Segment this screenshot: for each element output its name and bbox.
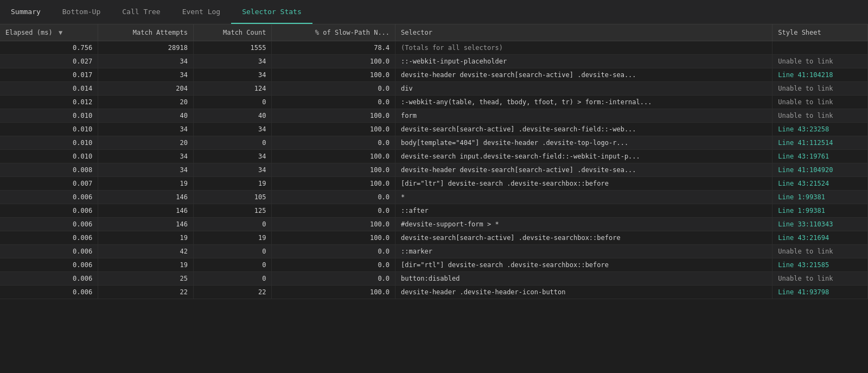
cell-selector: devsite-search[search-active] .devsite-s… <box>395 123 773 136</box>
stylesheet-unable: Unable to link <box>778 85 833 92</box>
cell-stylesheet[interactable]: Line 43:21585 <box>773 258 868 272</box>
stylesheet-unable: Unable to link <box>778 58 833 65</box>
cell-slow-path: 0.0 <box>272 82 395 96</box>
table-row[interactable]: 0.0142041240.0divUnable to link <box>0 82 868 96</box>
cell-stylesheet[interactable]: Line 1:99381 <box>773 191 868 204</box>
cell-slow-path: 100.0 <box>272 177 395 191</box>
table-row[interactable]: 0.0061900.0[dir="rtl"] devsite-search .d… <box>0 258 868 272</box>
cell-slow-path: 0.0 <box>272 272 395 286</box>
table-row[interactable]: 0.0064200.0::markerUnable to link <box>0 245 868 258</box>
cell-match-count: 0 <box>193 218 272 231</box>
tab-call-tree[interactable]: Call Tree <box>111 0 171 24</box>
table-row[interactable]: 0.0062500.0button:disabledUnable to link <box>0 272 868 286</box>
stylesheet-link[interactable]: Line 43:23258 <box>778 125 829 133</box>
cell-elapsed: 0.017 <box>0 68 98 82</box>
table-row[interactable]: 0.75628918155578.4(Totals for all select… <box>0 41 868 55</box>
cell-stylesheet[interactable]: Line 33:110343 <box>773 218 868 231</box>
cell-slow-path: 100.0 <box>272 55 395 68</box>
table-row[interactable]: 0.0173434100.0devsite-header devsite-sea… <box>0 68 868 82</box>
col-stylesheet[interactable]: Style Sheet <box>773 24 868 41</box>
stylesheet-link[interactable]: Line 41:93798 <box>778 288 829 296</box>
cell-slow-path: 0.0 <box>272 96 395 109</box>
cell-slow-path: 100.0 <box>272 286 395 299</box>
cell-selector: devsite-header devsite-search[search-act… <box>395 163 773 177</box>
cell-elapsed: 0.006 <box>0 245 98 258</box>
cell-selector: body[template="404"] devsite-header .dev… <box>395 136 773 150</box>
stylesheet-link[interactable]: Line 41:112514 <box>778 139 833 147</box>
table-row[interactable]: 0.0061460100.0#devsite-support-form > *L… <box>0 218 868 231</box>
stylesheet-link[interactable]: Line 43:21585 <box>778 261 829 269</box>
cell-elapsed: 0.006 <box>0 258 98 272</box>
col-slow-path[interactable]: % of Slow-Path N... <box>272 24 395 41</box>
cell-match-count: 0 <box>193 258 272 272</box>
cell-stylesheet: Unable to link <box>773 272 868 286</box>
table-header: Elapsed (ms) ▼ Match Attempts Match Coun… <box>0 24 868 41</box>
cell-elapsed: 0.006 <box>0 218 98 231</box>
cell-slow-path: 0.0 <box>272 258 395 272</box>
stylesheet-link[interactable]: Line 43:21694 <box>778 234 829 242</box>
cell-selector: devsite-search[search-active] .devsite-s… <box>395 231 773 245</box>
cell-elapsed: 0.008 <box>0 163 98 177</box>
stylesheet-link[interactable]: Line 43:21524 <box>778 180 829 187</box>
stylesheet-link[interactable]: Line 33:110343 <box>778 220 833 228</box>
tab-event-log[interactable]: Event Log <box>171 0 231 24</box>
cell-stylesheet[interactable]: Line 1:99381 <box>773 204 868 218</box>
table-row[interactable]: 0.0062222100.0devsite-header .devsite-he… <box>0 286 868 299</box>
cell-stylesheet[interactable]: Line 43:21524 <box>773 177 868 191</box>
table-row[interactable]: 0.0061461250.0::afterLine 1:99381 <box>0 204 868 218</box>
stylesheet-unable: Unable to link <box>778 112 833 119</box>
stylesheet-link[interactable]: Line 41:104920 <box>778 166 833 174</box>
stylesheet-unable: Unable to link <box>778 248 833 255</box>
cell-stylesheet[interactable]: Line 41:112514 <box>773 136 868 150</box>
table-row[interactable]: 0.0122000.0:-webkit-any(table, thead, tb… <box>0 96 868 109</box>
tab-bottom-up[interactable]: Bottom-Up <box>52 0 111 24</box>
table-row[interactable]: 0.0103434100.0devsite-search input.devsi… <box>0 150 868 163</box>
cell-match-count: 22 <box>193 286 272 299</box>
table-row[interactable]: 0.0102000.0body[template="404"] devsite-… <box>0 136 868 150</box>
cell-match-count: 1555 <box>193 41 272 55</box>
cell-selector: devsite-search input.devsite-search-fiel… <box>395 150 773 163</box>
cell-slow-path: 100.0 <box>272 123 395 136</box>
cell-stylesheet[interactable]: Line 43:23258 <box>773 123 868 136</box>
stylesheet-link[interactable]: Line 1:99381 <box>778 193 825 201</box>
col-match-count[interactable]: Match Count <box>193 24 272 41</box>
cell-slow-path: 0.0 <box>272 245 395 258</box>
cell-match-count: 34 <box>193 163 272 177</box>
stylesheet-link[interactable]: Line 41:104218 <box>778 71 833 79</box>
cell-match-attempts: 20 <box>98 136 194 150</box>
cell-stylesheet[interactable]: Line 41:104920 <box>773 163 868 177</box>
cell-slow-path: 78.4 <box>272 41 395 55</box>
table-row[interactable]: 0.0273434100.0::-webkit-input-placeholde… <box>0 55 868 68</box>
cell-stylesheet[interactable]: Line 41:104218 <box>773 68 868 82</box>
cell-slow-path: 100.0 <box>272 231 395 245</box>
table-row[interactable]: 0.0071919100.0[dir="ltr"] devsite-search… <box>0 177 868 191</box>
table-container: Elapsed (ms) ▼ Match Attempts Match Coun… <box>0 24 868 373</box>
table-row[interactable]: 0.0061461050.0*Line 1:99381 <box>0 191 868 204</box>
cell-match-attempts: 28918 <box>98 41 194 55</box>
cell-elapsed: 0.006 <box>0 231 98 245</box>
cell-match-attempts: 25 <box>98 272 194 286</box>
col-match-attempts[interactable]: Match Attempts <box>98 24 194 41</box>
table-row[interactable]: 0.0083434100.0devsite-header devsite-sea… <box>0 163 868 177</box>
cell-stylesheet[interactable]: Line 43:21694 <box>773 231 868 245</box>
tab-selector-stats[interactable]: Selector Stats <box>231 0 312 24</box>
cell-elapsed: 0.006 <box>0 191 98 204</box>
stylesheet-link[interactable]: Line 1:99381 <box>778 207 825 214</box>
cell-selector: button:disabled <box>395 272 773 286</box>
table-row[interactable]: 0.0061919100.0devsite-search[search-acti… <box>0 231 868 245</box>
cell-stylesheet[interactable]: Line 41:93798 <box>773 286 868 299</box>
cell-stylesheet[interactable]: Line 43:19761 <box>773 150 868 163</box>
cell-match-attempts: 19 <box>98 258 194 272</box>
stylesheet-link[interactable]: Line 43:19761 <box>778 153 829 160</box>
cell-match-count: 125 <box>193 204 272 218</box>
tab-bar: SummaryBottom-UpCall TreeEvent LogSelect… <box>0 0 868 24</box>
tab-summary[interactable]: Summary <box>0 0 52 24</box>
col-selector[interactable]: Selector <box>395 24 773 41</box>
cell-slow-path: 0.0 <box>272 204 395 218</box>
table-row[interactable]: 0.0103434100.0devsite-search[search-acti… <box>0 123 868 136</box>
table-row[interactable]: 0.0104040100.0formUnable to link <box>0 109 868 123</box>
col-elapsed[interactable]: Elapsed (ms) ▼ <box>0 24 98 41</box>
cell-match-count: 34 <box>193 55 272 68</box>
cell-selector: ::after <box>395 204 773 218</box>
cell-stylesheet: Unable to link <box>773 55 868 68</box>
